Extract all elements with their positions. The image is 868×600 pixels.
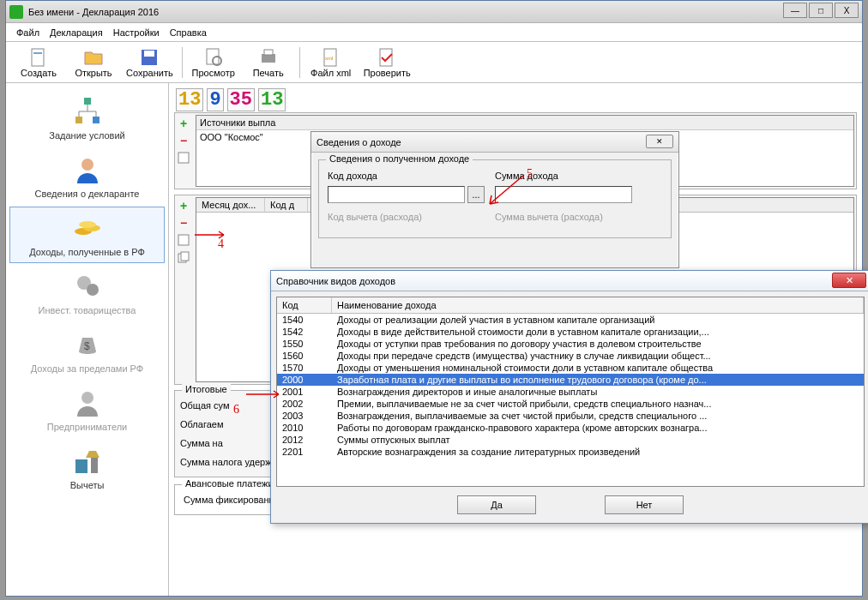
ref-row-name: Доходы при передаче средств (имущества) … — [337, 351, 859, 361]
tb-preview[interactable]: Просмотр — [186, 45, 241, 80]
sidebar-item-income-rf[interactable]: Доходы, полученные в РФ — [9, 207, 165, 263]
ref-row[interactable]: 1542Доходы в виде действительной стоимос… — [277, 326, 864, 338]
tb-save[interactable]: Сохранить — [121, 45, 178, 80]
tb-check[interactable]: Проверить — [359, 45, 416, 80]
sidebar-declarant-label: Сведения о декларанте — [12, 189, 162, 199]
save-icon — [139, 47, 160, 68]
ref-row-name: Вознаграждения, выплачиваемые за счет чи… — [337, 411, 859, 421]
ref-row[interactable]: 1570Доходы от уменьшения номинальной сто… — [277, 362, 864, 374]
tb-create[interactable]: Создать — [11, 45, 66, 80]
tb-open[interactable]: Открыть — [66, 45, 121, 80]
svg-rect-13 — [93, 117, 99, 123]
ref-row-name: Премии, выплачиваемые не за счет чистой … — [337, 399, 859, 409]
new-file-icon — [28, 47, 49, 68]
svg-rect-22 — [75, 459, 87, 473]
dlg2-title: Справочник видов доходов — [276, 276, 395, 286]
svg-point-14 — [81, 159, 93, 171]
income-code-label: Код дохода — [328, 171, 495, 181]
remove-month-button[interactable]: − — [177, 216, 190, 230]
menu-file[interactable]: Файл — [16, 27, 39, 38]
ref-row[interactable]: 2003Вознаграждения, выплачиваемые за сче… — [277, 410, 864, 422]
person-icon — [72, 154, 103, 185]
sidebar-deductions-label: Вычеты — [12, 480, 162, 490]
minimize-button[interactable]: — — [783, 3, 807, 18]
totals-legend: Итоговые — [182, 384, 231, 394]
ref-row[interactable]: 1540Доходы от реализации долей участия в… — [277, 314, 864, 326]
close-button[interactable]: X — [835, 3, 859, 18]
income-code-field[interactable] — [328, 186, 465, 203]
income-info-dialog: Сведения о доходе ✕ Сведения о полученно… — [310, 131, 679, 268]
check-icon — [377, 47, 397, 68]
svg-rect-7 — [264, 50, 273, 55]
folder-open-icon — [83, 47, 104, 68]
dlg1-close-button[interactable]: ✕ — [646, 135, 673, 148]
ref-row-code: 1540 — [282, 315, 337, 325]
menu-help[interactable]: Справка — [170, 27, 207, 38]
ref-row-code: 2010 — [282, 423, 337, 433]
dlg2-ok-button[interactable]: Да — [457, 495, 536, 514]
sidebar-item-entrepreneur[interactable]: Предприниматели — [9, 381, 165, 438]
ref-row[interactable]: 2002Премии, выплачиваемые не за счет чис… — [277, 398, 864, 410]
tb-xml[interactable]: xml Файл xml — [304, 45, 359, 80]
svg-rect-24 — [178, 153, 189, 163]
add-month-button[interactable]: + — [177, 199, 190, 213]
dlg1-title: Сведения о доходе — [316, 137, 401, 147]
sidebar-item-conditions[interactable]: Задание условий — [9, 90, 165, 147]
ref-row-name: Вознаграждения директоров и иные аналоги… — [337, 387, 859, 397]
ref-row-name: Авторские вознаграждения за создание лит… — [337, 447, 859, 457]
sidebar-item-income-abroad[interactable]: $ Доходы за пределами РФ — [9, 323, 165, 380]
sidebar: Задание условий Сведения о декларанте До… — [6, 83, 169, 596]
ref-row-name: Заработная плата и другие выплаты во исп… — [337, 375, 859, 385]
ref-row-name: Доходы в виде действительной стоимости д… — [337, 327, 859, 337]
dlg2-cancel-button[interactable]: Нет — [605, 495, 684, 514]
add-source-button[interactable]: + — [177, 117, 190, 130]
col-month: Месяц дох... — [196, 198, 265, 212]
titlebar: Без имени - Декларация 2016 — □ X — [6, 1, 862, 23]
ref-row[interactable]: 2201Авторские вознаграждения за создание… — [277, 446, 864, 458]
svg-rect-25 — [178, 235, 189, 245]
ref-row-name: Суммы отпускных выплат — [337, 435, 859, 445]
sidebar-income-abroad-label: Доходы за пределами РФ — [12, 363, 162, 374]
reference-list[interactable]: Код Наименование дохода 1540Доходы от ре… — [276, 297, 865, 487]
ref-col-code: Код — [277, 297, 332, 313]
ref-row-code: 1560 — [282, 351, 337, 361]
ref-row[interactable]: 2012Суммы отпускных выплат — [277, 434, 864, 446]
ref-row-code: 2001 — [282, 387, 337, 397]
ref-row[interactable]: 2010Работы по договорам гражданско-право… — [277, 422, 864, 434]
tb-xml-label: Файл xml — [310, 68, 351, 78]
tb-print[interactable]: Печать — [241, 45, 296, 80]
menu-settings[interactable]: Настройки — [113, 27, 160, 38]
income-code-lookup-button[interactable]: ... — [467, 186, 485, 203]
rate-9[interactable]: 9 — [207, 88, 223, 111]
sources-header: Источники выпла — [196, 116, 853, 130]
ref-row[interactable]: 1550Доходы от уступки прав требования по… — [277, 338, 864, 350]
sidebar-item-deductions[interactable]: Вычеты — [9, 440, 165, 496]
income-sum-field[interactable] — [495, 186, 632, 203]
money-bag-icon: $ — [72, 329, 103, 360]
svg-point-19 — [87, 284, 99, 296]
menu-declaration[interactable]: Декларация — [50, 27, 103, 38]
svg-rect-1 — [33, 52, 42, 54]
remove-source-button[interactable]: − — [177, 134, 190, 147]
sidebar-conditions-label: Задание условий — [12, 130, 162, 141]
sidebar-item-invest[interactable]: Инвест. товарищества — [9, 265, 165, 321]
ref-row-code: 2012 — [282, 435, 337, 445]
deductions-icon — [72, 446, 103, 477]
copy-month-button[interactable] — [177, 250, 190, 264]
ref-row[interactable]: 2000Заработная плата и другие выплаты во… — [277, 374, 864, 386]
invest-icon — [72, 271, 103, 302]
rate-13-green[interactable]: 13 — [258, 88, 286, 111]
ref-row-code: 1550 — [282, 339, 337, 349]
svg-point-17 — [79, 221, 96, 228]
ref-row[interactable]: 1560Доходы при передаче средств (имущест… — [277, 350, 864, 362]
deduction-sum-label: Сумма вычета (расхода) — [495, 212, 662, 222]
dlg2-close-button[interactable]: ✕ — [832, 273, 866, 288]
sidebar-item-declarant[interactable]: Сведения о декларанте — [9, 148, 165, 205]
ref-row-name: Доходы от уменьшения номинальной стоимос… — [337, 363, 859, 373]
edit-month-button[interactable] — [177, 233, 190, 247]
rate-13-yellow[interactable]: 13 — [176, 88, 203, 111]
edit-source-button[interactable] — [177, 151, 190, 165]
rate-35[interactable]: 35 — [227, 88, 255, 111]
maximize-button[interactable]: □ — [809, 3, 833, 18]
ref-row[interactable]: 2001Вознаграждения директоров и иные ана… — [277, 386, 864, 398]
